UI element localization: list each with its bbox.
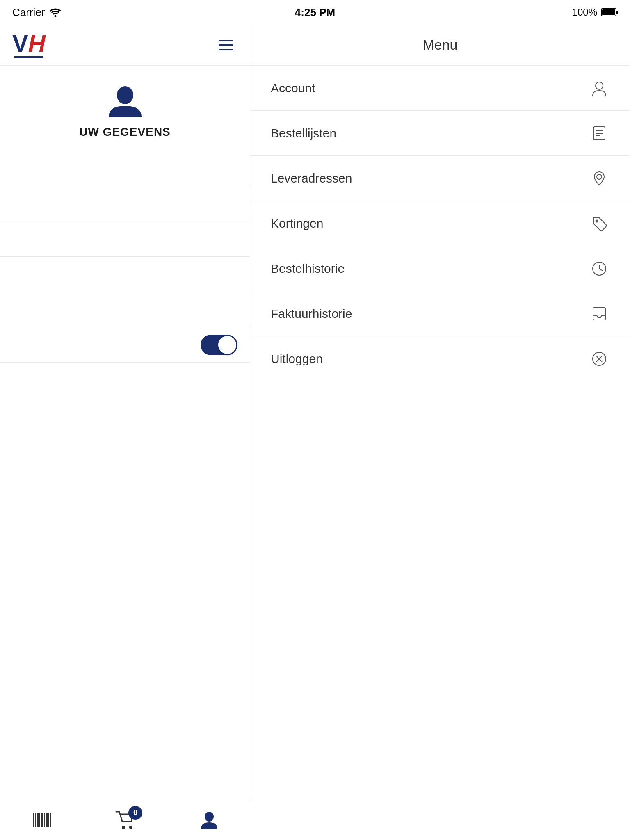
svg-point-16 bbox=[205, 812, 214, 822]
tab-account[interactable] bbox=[200, 810, 218, 830]
hamburger-line-2 bbox=[219, 44, 233, 46]
profile-section: UW GEGEVENS bbox=[0, 66, 250, 151]
profile-title: UW GEGEVENS bbox=[79, 126, 171, 139]
hamburger-line-1 bbox=[219, 40, 233, 41]
close-circle-icon bbox=[589, 349, 609, 369]
profile-avatar-icon bbox=[107, 82, 144, 119]
menu-item-leveradressen-label: Leveradressen bbox=[271, 171, 589, 185]
logo-underline bbox=[14, 56, 43, 58]
barcode-icon bbox=[32, 810, 52, 830]
status-time: 4:25 PM bbox=[295, 6, 335, 19]
tab-barcode[interactable] bbox=[32, 810, 52, 830]
logo: V H bbox=[12, 32, 46, 58]
menu-item-account-label: Account bbox=[271, 81, 589, 95]
clock-icon bbox=[589, 258, 609, 279]
svg-point-17 bbox=[596, 82, 603, 89]
svg-point-22 bbox=[597, 174, 602, 179]
form-row-5[interactable] bbox=[0, 292, 250, 327]
menu-title: Menu bbox=[422, 37, 457, 53]
status-bar: Carrier 4:25 PM 100% bbox=[0, 0, 630, 25]
menu-item-bestelhistorie[interactable]: Bestelhistorie bbox=[250, 246, 630, 291]
hamburger-button[interactable] bbox=[215, 36, 237, 55]
svg-point-0 bbox=[55, 15, 57, 17]
account-icon bbox=[589, 78, 609, 98]
form-section bbox=[0, 151, 250, 477]
logo-v: V bbox=[12, 32, 28, 55]
wifi-icon bbox=[50, 8, 61, 17]
menu-item-account[interactable]: Account bbox=[250, 66, 630, 111]
tab-cart[interactable]: 0 bbox=[115, 810, 137, 830]
svg-rect-7 bbox=[37, 813, 39, 827]
menu-item-kortingen-label: Kortingen bbox=[271, 217, 589, 231]
list-icon bbox=[589, 123, 609, 144]
form-row-4[interactable] bbox=[0, 257, 250, 292]
barcode-icon-wrap bbox=[32, 810, 52, 830]
right-panel: Menu Account Bestellijsten bbox=[250, 25, 630, 840]
cart-badge: 0 bbox=[128, 806, 142, 820]
tag-icon bbox=[589, 213, 609, 234]
menu-item-leveradressen[interactable]: Leveradressen bbox=[250, 156, 630, 201]
toggle-switch[interactable] bbox=[201, 335, 237, 355]
svg-point-15 bbox=[129, 826, 132, 829]
form-input-5[interactable] bbox=[12, 303, 237, 316]
form-input-2[interactable] bbox=[12, 197, 237, 210]
form-input-1[interactable] bbox=[12, 162, 237, 175]
svg-rect-9 bbox=[41, 813, 43, 827]
menu-item-kortingen[interactable]: Kortingen bbox=[250, 201, 630, 246]
tab-bar: 0 bbox=[0, 799, 250, 840]
svg-point-23 bbox=[596, 220, 598, 222]
menu-item-bestellijsten[interactable]: Bestellijsten bbox=[250, 111, 630, 156]
battery-icon bbox=[601, 8, 618, 17]
svg-rect-13 bbox=[50, 813, 51, 827]
toggle-row bbox=[0, 327, 250, 363]
cart-icon-wrap: 0 bbox=[115, 810, 137, 830]
svg-rect-3 bbox=[602, 9, 615, 15]
account-tab-icon-wrap bbox=[200, 810, 218, 830]
svg-line-26 bbox=[599, 269, 603, 271]
svg-rect-6 bbox=[35, 813, 36, 827]
left-panel: V H UW GEGEVENS bbox=[0, 25, 250, 840]
form-input-3[interactable] bbox=[12, 233, 237, 245]
form-row-2[interactable] bbox=[0, 186, 250, 221]
inbox-icon bbox=[589, 304, 609, 324]
svg-rect-5 bbox=[33, 813, 34, 827]
menu-item-faktuurhistorie[interactable]: Faktuurhistorie bbox=[250, 291, 630, 336]
svg-rect-10 bbox=[44, 813, 45, 827]
spacer bbox=[0, 477, 250, 803]
svg-point-4 bbox=[117, 86, 133, 104]
form-row-1[interactable] bbox=[0, 151, 250, 186]
form-row-3[interactable] bbox=[0, 221, 250, 257]
menu-item-bestelhistorie-label: Bestelhistorie bbox=[271, 262, 589, 276]
menu-item-uitloggen-label: Uitloggen bbox=[271, 352, 589, 366]
status-right: 100% bbox=[572, 7, 618, 18]
menu-item-uitloggen[interactable]: Uitloggen bbox=[250, 336, 630, 381]
svg-rect-8 bbox=[39, 813, 40, 827]
carrier-label: Carrier bbox=[12, 6, 45, 19]
menu-header: Menu bbox=[250, 25, 630, 66]
status-left: Carrier bbox=[12, 6, 61, 19]
location-icon bbox=[589, 168, 609, 189]
svg-point-14 bbox=[122, 826, 125, 829]
svg-rect-11 bbox=[46, 813, 48, 827]
svg-rect-2 bbox=[616, 11, 618, 14]
battery-label: 100% bbox=[572, 7, 597, 18]
account-tab-icon bbox=[200, 810, 218, 830]
logo-h: H bbox=[28, 32, 46, 55]
menu-item-bestellijsten-label: Bestellijsten bbox=[271, 126, 589, 140]
menu-item-faktuurhistorie-label: Faktuurhistorie bbox=[271, 307, 589, 321]
toggle-knob bbox=[218, 336, 236, 354]
form-input-4[interactable] bbox=[12, 268, 237, 281]
main-layout: V H UW GEGEVENS bbox=[0, 25, 630, 840]
app-header: V H bbox=[0, 25, 250, 66]
svg-rect-12 bbox=[48, 813, 49, 827]
hamburger-line-3 bbox=[219, 49, 233, 50]
